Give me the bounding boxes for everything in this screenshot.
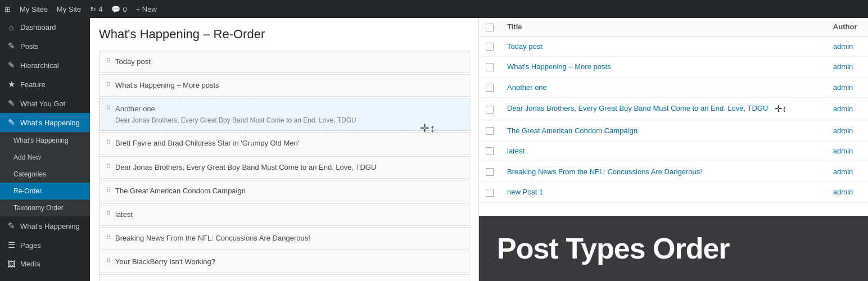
sidebar-submenu-whats-happening[interactable]: What's Happening xyxy=(0,132,90,149)
post-title-cell: Breaking News From the NFL: Concussions … xyxy=(500,161,826,182)
post-title-link[interactable]: Today post xyxy=(507,42,542,51)
post-title-cell: What's Happening – More posts xyxy=(500,57,826,78)
post-title-link[interactable]: Breaking News From the NFL: Concussions … xyxy=(507,167,702,176)
posts-icon: ✎ xyxy=(7,41,16,51)
table-row: Another one admin xyxy=(479,77,868,98)
row-checkbox[interactable] xyxy=(486,127,494,135)
sidebar-item-label: Posts xyxy=(20,42,39,51)
table-row: new Post 1 admin xyxy=(479,182,868,202)
post-author-cell: admin xyxy=(826,161,868,182)
row-checkbox[interactable] xyxy=(486,43,494,51)
dashboard-icon: ⌂ xyxy=(7,22,16,32)
pages-icon: ☰ xyxy=(7,240,16,250)
item-text: Breaking News From the NFL: Concussions … xyxy=(115,233,462,243)
drag-handle-icon: ⠿ xyxy=(106,210,111,217)
post-title-link[interactable]: What's Happening – More posts xyxy=(507,62,611,71)
post-title-cell: new Post 1 xyxy=(500,182,826,202)
sidebar-item-what-you-got[interactable]: ✎ What You Got xyxy=(0,94,90,113)
sidebar-item-label: Hierarchical xyxy=(20,61,59,70)
select-all-checkbox[interactable] xyxy=(486,24,494,31)
post-author-cell: admin xyxy=(826,140,868,161)
col-header-author: Author xyxy=(826,18,868,36)
drag-handle-icon: ⠿ xyxy=(106,139,111,146)
sidebar-item-hierarchical[interactable]: ✎ Hierarchical xyxy=(0,56,90,75)
list-item[interactable]: ⠿ Dear Jonas Brothers, Every Great Boy B… xyxy=(99,156,469,179)
table-row: What's Happening – More posts admin xyxy=(479,57,868,78)
post-author-cell: admin xyxy=(826,98,868,120)
media-icon: 🖼 xyxy=(7,259,16,269)
pto-banner: Post Types Order xyxy=(479,216,868,281)
item-text: Dear Jonas Brothers, Every Great Boy Ban… xyxy=(115,162,462,173)
post-title-cell: Dear Jonas Brothers, Every Great Boy Ban… xyxy=(500,98,826,120)
sidebar-item-label: Dashboard xyxy=(20,23,56,31)
list-item[interactable]: ⠿ Today post xyxy=(99,51,469,73)
post-author-cell: admin xyxy=(826,182,868,202)
sidebar-submenu-categories[interactable]: Categories xyxy=(0,166,90,183)
col-header-checkbox xyxy=(479,18,500,36)
my-sites-link[interactable]: My Sites xyxy=(20,5,48,13)
row-checkbox[interactable] xyxy=(486,106,494,114)
list-item[interactable]: ⠿ Brett Favre and Brad Childress Star in… xyxy=(99,132,469,155)
main-content: What's Happening – Re-Order ⠿ Today post… xyxy=(90,18,868,281)
item-text: latest xyxy=(115,210,462,220)
drag-handle-icon: ⠿ xyxy=(106,257,111,265)
item-text: Your BlackBerry Isn't Working? xyxy=(115,257,462,267)
post-list-panel: Title Author Today post admin What's Hap… xyxy=(479,18,868,281)
updates-link[interactable]: ↻ 4 xyxy=(90,5,102,13)
post-author-cell: admin xyxy=(826,57,868,78)
post-title-link[interactable]: Another one xyxy=(507,83,547,92)
table-row: The Great American Condom Campaign admin xyxy=(479,120,868,141)
post-title-link[interactable]: Dear Jonas Brothers, Every Great Boy Ban… xyxy=(507,104,768,112)
table-row: latest admin xyxy=(479,140,868,161)
item-text: Brett Favre and Brad Childress Star in '… xyxy=(115,138,462,148)
post-title-link[interactable]: new Post 1 xyxy=(507,188,543,196)
sidebar-item-media[interactable]: 🖼 Media xyxy=(0,255,90,273)
list-item[interactable]: ⠿ The Great American Condom Campaign xyxy=(99,180,469,202)
drag-handle-icon: ⠿ xyxy=(106,105,111,112)
post-title-link[interactable]: The Great American Condom Campaign xyxy=(507,126,638,135)
sidebar-item-pages[interactable]: ☰ Pages xyxy=(0,235,90,255)
submenu-label: Categories xyxy=(13,170,46,178)
sidebar-item-whats-happening[interactable]: ✎ What's Happening xyxy=(0,113,90,132)
row-checkbox-cell xyxy=(479,120,500,141)
row-checkbox[interactable] xyxy=(486,168,494,176)
list-item[interactable]: ⠿ Brett Favre and Brad Childress Star in… xyxy=(99,274,469,281)
sidebar-item-dashboard[interactable]: ⌂ Dashboard xyxy=(0,18,90,37)
list-item[interactable]: ⠿ Breaking News From the NFL: Concussion… xyxy=(99,227,469,250)
post-title-link[interactable]: latest xyxy=(507,147,525,155)
sidebar-item-feature[interactable]: ★ Feature xyxy=(0,75,90,94)
list-item[interactable]: ⠿ What's Happening – More posts xyxy=(99,74,469,97)
post-title-cell: The Great American Condom Campaign xyxy=(500,120,826,141)
drag-cursor-icon: ✛↕ xyxy=(420,121,435,135)
list-item-dragging[interactable]: ⠿ Another one Dear Jonas Brothers, Every… xyxy=(99,98,469,131)
row-checkbox-cell xyxy=(479,182,500,202)
sidebar-item-posts[interactable]: ✎ Posts xyxy=(0,37,90,56)
admin-bar: ⊞ My Sites My Site ↻ 4 💬 0 + New xyxy=(0,0,868,18)
table-row: Breaking News From the NFL: Concussions … xyxy=(479,161,868,182)
item-text: What's Happening – More posts xyxy=(115,80,462,90)
wp-logo-icon[interactable]: ⊞ xyxy=(4,5,11,13)
list-item[interactable]: ⠿ Your BlackBerry Isn't Working? xyxy=(99,251,469,273)
my-site-link[interactable]: My Site xyxy=(57,5,81,13)
item-text: Today post xyxy=(115,57,462,67)
row-checkbox[interactable] xyxy=(486,147,494,155)
list-item[interactable]: ⠿ latest xyxy=(99,203,469,226)
row-checkbox[interactable] xyxy=(486,64,494,71)
sidebar-item-label: What's Happening xyxy=(20,119,80,127)
sidebar-submenu-add-new[interactable]: Add New xyxy=(0,149,90,166)
item-text: Another one Dear Jonas Brothers, Every G… xyxy=(115,104,462,125)
new-link[interactable]: + New xyxy=(136,5,157,13)
what-you-got-icon: ✎ xyxy=(7,98,16,108)
row-checkbox[interactable] xyxy=(486,189,494,197)
post-list-table: Title Author Today post admin What's Hap… xyxy=(479,18,868,203)
page-title: What's Happening – Re-Order xyxy=(99,27,469,42)
row-checkbox[interactable] xyxy=(486,84,494,92)
post-author-cell: admin xyxy=(826,120,868,141)
sidebar-submenu-taxonomy-order[interactable]: Taxonomy Order xyxy=(0,200,90,216)
sidebar-submenu-re-order[interactable]: Re-Order xyxy=(0,183,90,200)
sidebar-item-whats-happening-b[interactable]: ✎ What's Happening xyxy=(0,216,90,235)
comments-link[interactable]: 💬 0 xyxy=(111,5,126,13)
submenu-label: What's Happening xyxy=(13,137,69,144)
item-sub-text: Dear Jonas Brothers, Every Great Boy Ban… xyxy=(115,116,462,125)
item-text: The Great American Condom Campaign xyxy=(115,186,462,196)
